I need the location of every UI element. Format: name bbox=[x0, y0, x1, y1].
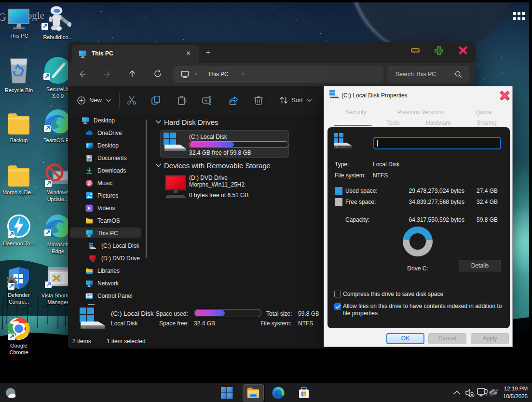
svg-text:A: A bbox=[205, 98, 207, 103]
